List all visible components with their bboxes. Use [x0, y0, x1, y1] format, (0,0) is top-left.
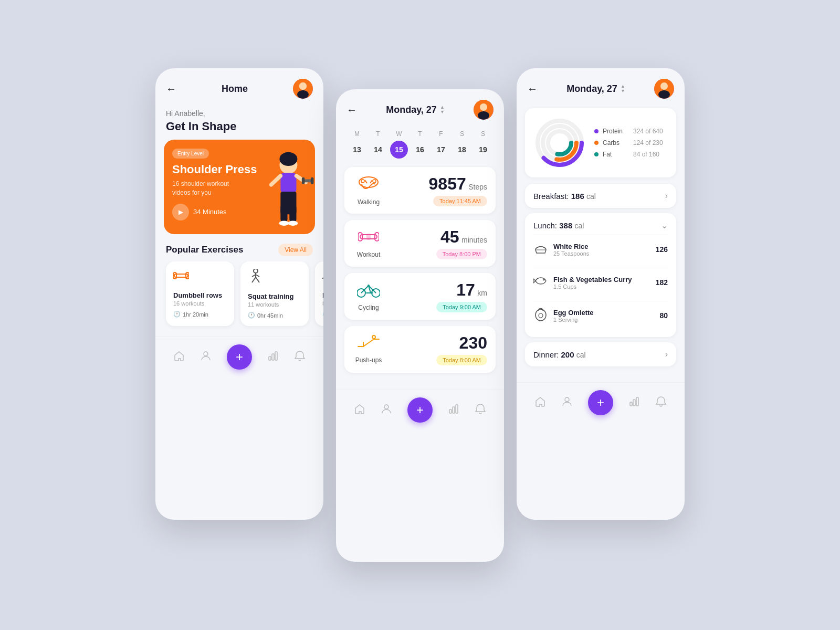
fat-label: Fat [603, 151, 629, 158]
fat-value: 84 of 160 [633, 151, 659, 158]
nav-bell-icon[interactable] [294, 350, 306, 364]
meal-item-fish[interactable]: Fish & Vegetables Curry 1.5 Cups 182 [533, 268, 668, 297]
avatar[interactable] [293, 79, 313, 99]
screens-container: ← Home Hi Anabelle, Get In Shape Entry L… [155, 68, 685, 562]
nav-bell-3-icon[interactable] [655, 396, 667, 410]
exercise-count-1: 11 workouts [248, 301, 301, 308]
svg-point-16 [288, 221, 298, 226]
nav-home-icon[interactable] [173, 350, 185, 364]
nav-add-3-button[interactable]: + [588, 390, 613, 415]
lunch-chevron-icon[interactable]: ⌄ [661, 220, 668, 230]
play-button[interactable]: ▶ [172, 204, 189, 220]
activity-pushups[interactable]: Push-ups 230 Today 8:00 AM [344, 326, 496, 373]
popular-exercises-header: Popular Exercises View All [155, 234, 323, 261]
phone-nutrition: ← Monday, 27 ▲▼ [517, 68, 685, 520]
svg-point-49 [372, 335, 375, 339]
rice-name: White Rice [553, 243, 589, 250]
dinner-chevron-icon[interactable]: › [665, 350, 668, 359]
fish-icon [533, 274, 548, 291]
egg-info: Egg Omlette 1 Serving [553, 309, 594, 323]
svg-rect-30 [272, 354, 274, 360]
popular-exercises-title: Popular Exercises [166, 245, 243, 255]
svg-rect-14 [289, 205, 296, 223]
svg-point-5 [279, 152, 297, 166]
activity-left-cycling: Cycling [353, 281, 384, 311]
avatar-2[interactable] [474, 100, 494, 120]
svg-point-55 [660, 82, 668, 90]
date-header-3: Monday, 27 ▲▼ [566, 83, 625, 94]
egg-name: Egg Omlette [553, 309, 594, 317]
exercise-card-2[interactable]: Plu... 8 w... 🕐 [315, 261, 323, 326]
carbs-dot [594, 141, 598, 145]
exercise-name-2: Plu... [322, 291, 323, 299]
cal-day-1[interactable]: T 14 [369, 130, 387, 159]
back-button-2[interactable]: ← [346, 104, 357, 116]
cal-day-2[interactable]: W 15 [390, 130, 408, 159]
phone1-header: ← Home [155, 68, 323, 104]
legend-fat: Fat 84 of 160 [594, 151, 663, 158]
back-button[interactable]: ← [166, 83, 176, 95]
activity-right-walking: 9857 Steps Today 11:45 AM [429, 174, 487, 206]
svg-point-36 [361, 180, 364, 183]
fish-info: Fish & Vegetables Curry 1.5 Cups [553, 276, 632, 290]
activity-workout[interactable]: Workout 45 minutes Today 8:00 PM [344, 220, 496, 267]
fish-left: Fish & Vegetables Curry 1.5 Cups [533, 274, 632, 291]
cycling-label: Cycling [358, 304, 379, 311]
pushups-label: Push-ups [355, 356, 382, 364]
nav-stats-2-icon[interactable] [448, 403, 459, 417]
phone3-header: ← Monday, 27 ▲▼ [517, 68, 685, 104]
svg-line-22 [252, 277, 256, 282]
breakfast-section[interactable]: Breakfast: 186 cal › [525, 184, 676, 208]
meal-item-rice[interactable]: White Rice 25 Teaspoons 126 [533, 235, 668, 264]
activity-walking[interactable]: Walking 9857 Steps Today 11:45 AM [344, 167, 496, 214]
cal-day-4[interactable]: F 17 [432, 130, 450, 159]
nav-add-2-button[interactable]: + [407, 397, 433, 423]
workout-label: Workout [357, 251, 380, 258]
fat-dot [594, 152, 598, 156]
nav-stats-3-icon[interactable] [628, 396, 640, 410]
view-all-button[interactable]: View All [278, 244, 313, 256]
svg-line-25 [256, 275, 259, 277]
workout-icon [358, 228, 379, 249]
nav-stats-icon[interactable] [267, 350, 279, 364]
activity-left-pushups: Push-ups [353, 335, 384, 364]
nav-bell-2-icon[interactable] [475, 403, 486, 417]
walking-value: 9857 [429, 174, 466, 193]
nav-home-2-icon[interactable] [354, 403, 365, 417]
nav-profile-2-icon[interactable] [381, 403, 392, 417]
svg-rect-53 [456, 405, 458, 413]
phone-tracker: ← Monday, 27 ▲▼ M 13 T 14 [336, 89, 504, 562]
svg-point-3 [299, 82, 307, 90]
nutrition-legend: Protein 324 of 640 Carbs 124 of 230 Fat … [594, 128, 663, 158]
exercise-card-0[interactable]: Dumbbell rows 16 workouts 🕐1hr 20min [166, 261, 234, 326]
dinner-header: Dinner: 200 cal › [533, 350, 668, 359]
nav-add-button[interactable]: + [227, 344, 252, 370]
cal-day-6[interactable]: S 19 [474, 130, 492, 159]
cal-day-0[interactable]: M 13 [348, 130, 366, 159]
bottom-nav-1: + [155, 337, 323, 377]
exercise-card-1[interactable]: Squat training 11 workouts 🕐0hr 45min [240, 261, 309, 326]
activity-cycling[interactable]: Cycling 17 km Today 9:00 AM [344, 273, 496, 320]
svg-rect-67 [630, 402, 632, 406]
meal-item-egg[interactable]: Egg Omlette 1 Serving 80 [533, 301, 668, 330]
dinner-section[interactable]: Dinner: 200 cal › [525, 342, 676, 366]
date-sort-icon[interactable]: ▲▼ [440, 105, 445, 114]
cal-day-5[interactable]: S 18 [453, 130, 471, 159]
fitness-figure [252, 150, 315, 234]
exercise-name-0: Dumbbell rows [173, 291, 227, 299]
nav-home-3-icon[interactable] [534, 396, 546, 410]
nav-profile-icon[interactable] [200, 350, 212, 364]
dinner-title: Dinner: 200 cal [533, 350, 586, 359]
breakfast-chevron-icon[interactable]: › [665, 191, 668, 201]
cal-day-3[interactable]: T 16 [411, 130, 429, 159]
back-button-3[interactable]: ← [527, 83, 538, 95]
nav-profile-3-icon[interactable] [561, 396, 573, 410]
walking-badge: Today 11:45 AM [433, 196, 487, 206]
svg-rect-69 [636, 397, 638, 406]
exercise-count-2: 8 w... [322, 300, 323, 307]
svg-rect-29 [269, 356, 271, 360]
svg-line-23 [256, 277, 259, 282]
svg-rect-68 [633, 400, 635, 406]
date-sort-3-icon[interactable]: ▲▼ [621, 84, 625, 93]
avatar-3[interactable] [654, 79, 674, 99]
